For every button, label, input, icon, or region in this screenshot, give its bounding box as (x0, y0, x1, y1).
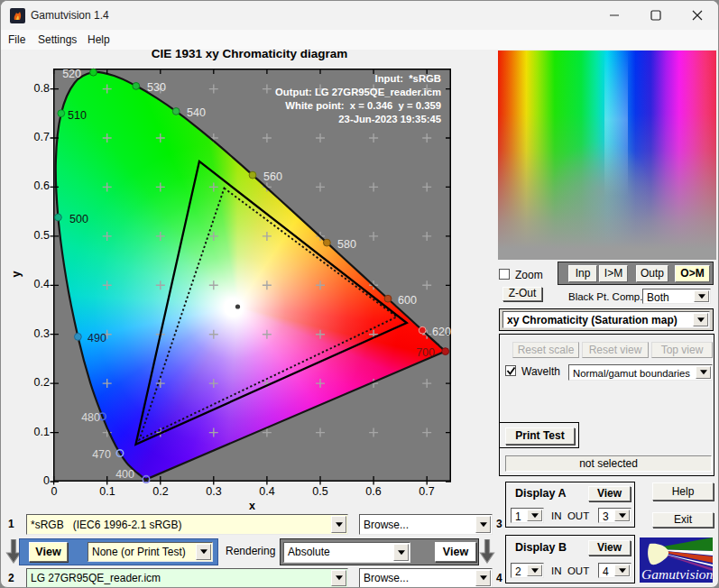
svg-text:Gamutvision: Gamutvision (641, 566, 713, 582)
svg-text:560: 560 (263, 170, 282, 183)
svg-text:470: 470 (92, 448, 111, 461)
svg-text:400: 400 (115, 468, 134, 481)
svg-text:530: 530 (147, 81, 166, 94)
svg-text:580: 580 (337, 238, 356, 251)
svg-text:500: 500 (69, 213, 88, 225)
svg-text:480: 480 (81, 411, 100, 424)
svg-text:520: 520 (62, 68, 81, 80)
svg-text:490: 490 (88, 332, 106, 345)
svg-text:510: 510 (68, 109, 87, 122)
svg-text:700: 700 (416, 346, 435, 359)
svg-text:600: 600 (398, 294, 417, 307)
svg-text:620: 620 (432, 326, 451, 338)
